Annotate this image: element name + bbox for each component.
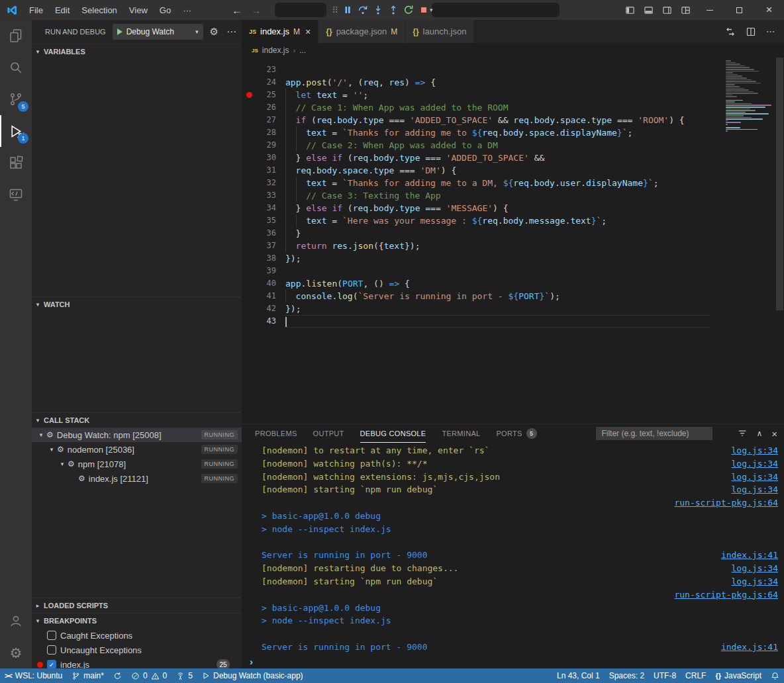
breakpoint-gutter[interactable] [242,265,256,277]
editor-scrollbar[interactable] [776,58,783,310]
tab-package.json[interactable]: {}package.jsonM [318,20,405,43]
breakpoint-row[interactable]: ✓index.js25 [32,657,242,668]
source-link[interactable]: run-script-pkg.js:64 [674,496,778,510]
call-stack-row[interactable]: ⚙index.js [21121]RUNNING [32,471,242,486]
tab-launch.json[interactable]: {}launch.json [405,20,474,43]
menu-selection[interactable]: Selection [75,0,122,20]
toggle-panel-button[interactable] [639,0,658,20]
encoding-indicator[interactable]: UTF-8 [649,668,681,683]
customize-layout-button[interactable] [676,0,695,20]
code-line-35[interactable]: 35text = `Here was your message : ${req.… [242,214,784,227]
source-link[interactable]: log.js:34 [732,444,778,457]
source-link[interactable]: log.js:34 [732,483,778,496]
line-number[interactable]: 40 [256,277,276,290]
line-number[interactable]: 25 [256,89,276,101]
code-line-24[interactable]: 24app.post('/', (req, res) => { [242,76,784,89]
stop-dropdown-chevron-icon[interactable]: ▾ [430,7,433,13]
breakpoint-gutter[interactable] [242,139,256,152]
source-control-icon[interactable]: 5 [0,83,32,115]
accounts-icon[interactable] [0,605,32,637]
line-number[interactable]: 26 [256,101,276,114]
branch-indicator[interactable]: main* [67,668,109,683]
line-number[interactable]: 23 [256,64,276,76]
call-stack-row[interactable]: ▾⚙nodemon [25036]RUNNING [32,442,242,457]
source-link[interactable]: run-script-pkg.js:64 [674,588,778,602]
source-link[interactable]: log.js:34 [732,457,778,471]
line-number[interactable]: 29 [256,139,276,152]
debug-status[interactable]: Debug Watch (basic-app) [197,668,308,683]
toggle-secondary-sidebar-button[interactable] [658,0,676,20]
sidebar-more-actions-icon[interactable]: ⋯ [226,26,236,38]
console-filter-input[interactable] [596,427,712,440]
problems-indicator[interactable]: 0 0 [126,668,172,683]
code-line-28[interactable]: 28text = `Thanks for adding me to ${req.… [242,126,784,139]
breakpoint-gutter[interactable] [242,227,256,240]
code-line-38[interactable]: 38}); [242,252,784,265]
line-number[interactable]: 28 [256,126,276,139]
line-number[interactable]: 43 [256,315,276,328]
open-changes-icon[interactable] [725,26,736,37]
code-line-23[interactable]: 23 [242,64,784,76]
code-line-31[interactable]: 31req.body.space.type === 'DM') { [242,164,784,177]
breakpoint-gutter[interactable] [242,152,256,164]
line-number[interactable]: 38 [256,252,276,265]
panel-tab-problems[interactable]: PROBLEMS [255,424,297,443]
breakpoint-gutter[interactable] [242,290,256,302]
code-line-32[interactable]: 32text = `Thanks for adding me to a DM, … [242,177,784,189]
source-link[interactable]: log.js:34 [732,562,778,575]
breakpoint-row[interactable]: Uncaught Exceptions [32,643,242,657]
checkbox[interactable] [47,645,56,655]
breakpoint-gutter[interactable] [242,189,256,202]
breakpoint-gutter[interactable] [242,164,256,177]
line-number[interactable]: 27 [256,114,276,126]
breakpoint-gutter[interactable] [242,64,256,76]
line-number[interactable]: 37 [256,240,276,252]
line-number[interactable]: 30 [256,152,276,164]
cursor-position[interactable]: Ln 43, Col 1 [552,668,605,683]
maximize-button[interactable] [724,0,754,20]
panel-tab-ports[interactable]: PORTS5 [496,424,536,443]
close-panel-icon[interactable]: × [771,428,777,439]
breakpoint-gutter[interactable] [242,302,256,315]
more-actions-icon[interactable]: ⋯ [766,26,775,36]
close-icon[interactable]: × [305,26,311,37]
breakpoint-gutter[interactable] [242,114,256,126]
code-editor[interactable]: 2324app.post('/', (req, res) => {25let t… [242,58,784,424]
breakpoint-icon[interactable] [246,92,252,98]
checkbox[interactable] [47,631,56,640]
stop-button[interactable] [416,3,431,17]
code-line-27[interactable]: 27if (req.body.type === 'ADDED_TO_SPACE'… [242,114,784,126]
line-number[interactable]: 34 [256,202,276,214]
line-number[interactable]: 36 [256,227,276,240]
tab-index.js[interactable]: JSindex.jsM× [242,20,318,43]
close-button[interactable]: × [754,0,784,20]
indentation-indicator[interactable]: Spaces: 2 [605,668,649,683]
forward-arrow-icon[interactable]: → [251,5,261,16]
start-debug-icon[interactable] [117,28,122,35]
step-out-button[interactable] [386,3,401,17]
remote-indicator[interactable]: >< WSL: Ubuntu [0,668,67,683]
call-stack-section-header[interactable]: ▾ CALL STACK [32,413,242,428]
breadcrumb-symbol[interactable]: ... [299,46,306,55]
breakpoint-gutter[interactable] [242,214,256,227]
breakpoint-gutter[interactable] [242,89,256,101]
code-line-42[interactable]: 42}); [242,302,784,315]
source-link[interactable]: index.js:41 [721,641,778,654]
line-number[interactable]: 31 [256,164,276,177]
maximize-panel-icon[interactable]: ∧ [756,429,762,438]
line-number[interactable]: 35 [256,214,276,227]
notifications-bell[interactable] [766,668,784,683]
configure-gear-icon[interactable]: ⚙ [210,26,219,38]
breakpoint-gutter[interactable] [242,177,256,189]
search-icon[interactable] [0,52,32,83]
remote-explorer-icon[interactable] [0,179,32,210]
breakpoint-gutter[interactable] [242,252,256,265]
code-line-41[interactable]: 41console.log(`Server is running in port… [242,290,784,302]
code-line-26[interactable]: 26// Case 1: When App was added to the R… [242,101,784,114]
ports-indicator[interactable]: 5 [172,668,197,683]
source-link[interactable]: log.js:34 [732,471,778,484]
split-editor-icon[interactable] [746,26,756,37]
menu-edit[interactable]: Edit [49,0,75,20]
panel-tab-output[interactable]: OUTPUT [313,424,344,443]
line-number[interactable]: 41 [256,290,276,302]
